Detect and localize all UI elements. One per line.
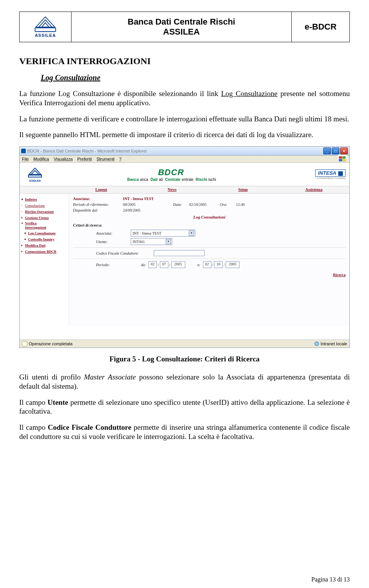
heading-2: Log Consultazione	[41, 73, 350, 82]
sidebar-indietro[interactable]: Indietro	[25, 197, 67, 202]
banner-logo: ASSILEA	[23, 167, 47, 182]
assoc-value: INT - Intesa TEST	[123, 197, 154, 201]
menu-help[interactable]: ?	[119, 157, 121, 161]
intranet-icon	[314, 341, 319, 346]
minimize-button[interactable]: _	[323, 147, 331, 154]
paragraph-4: Gli utenti di profilo Master Associate p…	[19, 373, 350, 391]
header-logo: ASSILEA	[20, 12, 71, 42]
figure-caption: Figura 5 - Log Consultazione: Criteri di…	[19, 355, 350, 363]
ora-label: Ora:	[220, 202, 236, 207]
ricerca-button[interactable]: Ricerca	[73, 273, 346, 277]
brand-name: INTESA	[318, 170, 336, 176]
svg-rect-1	[339, 156, 342, 159]
disp-value: 24/09/2005	[123, 208, 141, 212]
header-logo-text: ASSILEA	[35, 33, 56, 38]
main-panel: Associata: INT - Intesa TEST Periodo di …	[69, 194, 349, 326]
dropdown-icon: ▼	[189, 230, 194, 236]
paragraph-6: Il campo Codice Fiscale Conduttore perme…	[19, 423, 350, 441]
sidebar-rischio[interactable]: Rischio Operazione	[25, 209, 67, 214]
menu-edit[interactable]: Modifica	[33, 157, 49, 161]
menu-file[interactable]: File	[22, 157, 29, 161]
doc-header: ASSILEA Banca Dati Centrale Rischi ASSIL…	[19, 12, 350, 42]
page-footer: Pagina 13 di 13	[311, 576, 350, 583]
nav-news[interactable]: News	[137, 186, 208, 193]
f-utente-select[interactable]: INT001 ▼	[131, 238, 172, 245]
sidebar-verifica[interactable]: VerificaInterrogazioni	[25, 221, 46, 230]
f-a-day[interactable]: 02	[203, 261, 211, 268]
browser-window: BDCR - Banca Dati Centrale Rischi - Micr…	[19, 146, 350, 348]
f-cf-input[interactable]	[154, 250, 204, 256]
assoc-label: Associata:	[73, 197, 123, 201]
nav-setup[interactable]: Setup	[208, 186, 279, 193]
maximize-button[interactable]: □	[332, 147, 339, 154]
windows-flag-icon	[338, 155, 347, 163]
f-da-day[interactable]: 02	[148, 261, 157, 268]
p1-link-text: Log Consultazione	[221, 89, 278, 98]
p1-a: La funzione Log Consultazione è disponib…	[19, 89, 221, 98]
header-title: Banca Dati Centrale Rischi ASSILEA	[71, 12, 292, 42]
data-label: Data:	[173, 202, 189, 207]
svg-rect-5	[28, 175, 42, 177]
f-a-year[interactable]: 2005	[226, 261, 239, 268]
nav-logout[interactable]: Logout	[66, 186, 137, 193]
menu-tools[interactable]: Strumenti	[96, 157, 115, 161]
f-da-label: da:	[131, 263, 148, 267]
paragraph-2: La funzione permette di verificare e con…	[19, 114, 350, 124]
periodo-rif-label: Periodo di riferimento:	[73, 202, 123, 207]
sidebar-controllo-inquiry[interactable]: Controllo Inquiry	[28, 237, 67, 242]
sidebar-composizione[interactable]: Composizione BDCR	[25, 249, 67, 254]
status-text: Operazione completata	[29, 341, 73, 346]
svg-rect-0	[35, 28, 56, 32]
assilea-logo-icon	[34, 16, 57, 33]
sidebar-gestione[interactable]: Gestione Utenze	[25, 215, 67, 220]
heading-1: VERIFICA INTERROGAZIONI	[19, 56, 350, 66]
nav-assistenza[interactable]: Assistenza	[279, 186, 350, 193]
window-title: BDCR - Banca Dati Centrale Rischi - Micr…	[27, 149, 147, 153]
f-a-month[interactable]: 10	[214, 261, 223, 268]
f-assoc-select[interactable]: INT - Intesa TEST ▼	[131, 230, 195, 237]
banner-title: BDCR Bancaanca Datiati Centraleentrale R…	[47, 167, 296, 182]
f-cf-label: Codice Fiscale Conduttore:	[96, 251, 154, 255]
screenshot-figure: BDCR - Banca Dati Centrale Rischi - Micr…	[19, 146, 350, 348]
ora-value: 12:40	[236, 202, 245, 207]
sidebar-consultazione[interactable]: Consultazione	[25, 203, 67, 208]
svg-rect-4	[342, 159, 346, 161]
bdcr-subtitle: Bancaanca Datiati Centraleentrale Rischi…	[47, 177, 296, 182]
dropdown-icon: ▼	[166, 239, 171, 244]
bdcr-title: BDCR	[47, 167, 296, 177]
paragraph-3: Il seguente pannello HTML permette di im…	[19, 130, 350, 139]
close-button[interactable]: ×	[340, 147, 348, 154]
menu-fav[interactable]: Preferiti	[77, 157, 92, 161]
sidebar: Indietro Consultazione Rischio Operazion…	[20, 194, 69, 326]
ie-icon	[21, 149, 26, 153]
header-tag: e-BDCR	[292, 12, 349, 42]
disp-label: Disponibile dal:	[73, 208, 123, 212]
banner-logo-text: ASSILEA	[23, 179, 47, 182]
panel-title: Log Consultazioni	[73, 215, 346, 219]
f-assoc-value: INT - Intesa TEST	[133, 231, 161, 235]
f-da-year[interactable]: 2005	[171, 261, 185, 268]
svg-rect-3	[339, 159, 342, 161]
f-utente-value: INT001	[133, 240, 145, 244]
menubar[interactable]: File Modifica Visualizza Preferiti Strum…	[20, 156, 349, 163]
statusbar: Operazione completata Intranet locale	[20, 340, 349, 348]
window-titlebar[interactable]: BDCR - Banca Dati Centrale Rischi - Micr…	[20, 147, 349, 156]
criteri-label: Criteri di ricerca:	[73, 223, 346, 227]
svg-rect-2	[342, 156, 346, 159]
sidebar-log-consultazione[interactable]: Log Consultazione	[28, 230, 67, 236]
f-a-label: a:	[185, 263, 203, 267]
data-value: 02/10/2005	[189, 202, 220, 207]
paragraph-1: La funzione Log Consultazione è disponib…	[19, 89, 350, 108]
brand-sub: A GlobalValue Company	[296, 177, 346, 179]
paragraph-5: Il campo Utente permette di selezionare …	[19, 398, 350, 416]
f-da-month[interactable]: 07	[160, 261, 168, 268]
banner-brand: INTESA A GlobalValue Company	[296, 169, 346, 179]
status-done-icon	[22, 341, 27, 346]
f-utente-label: Utente:	[96, 240, 131, 244]
sidebar-modifica-dati[interactable]: Modifica Dati	[25, 243, 67, 248]
main-nav: Logout News Setup Assistenza	[20, 186, 349, 194]
f-assoc-label: Associata:	[96, 231, 131, 235]
page-content: ASSILEA BDCR Bancaanca Datiati Centralee…	[20, 163, 349, 340]
menu-view[interactable]: Visualizza	[54, 157, 73, 161]
periodo-rif-value: 08/2005	[123, 202, 173, 207]
